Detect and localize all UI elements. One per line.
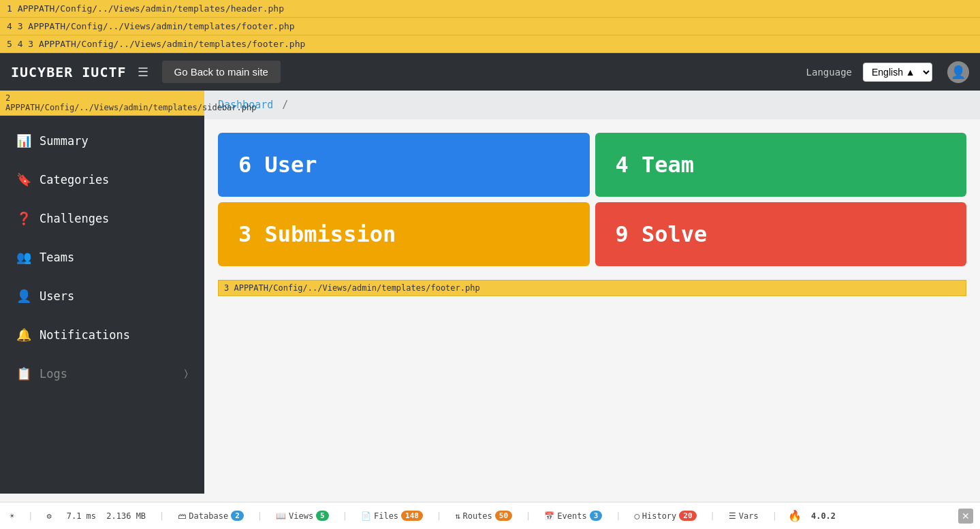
header: IUCYBER IUCTF ☰ Go Back to main site Lan… xyxy=(0,53,980,91)
close-toolbar-button[interactable]: ✕ xyxy=(958,509,973,524)
card-user[interactable]: 6 User xyxy=(218,133,590,197)
debug-bar-3: 5 4 3 APPPATH/Config/../Views/admin/temp… xyxy=(0,35,980,53)
bottom-vars[interactable]: ☰ Vars xyxy=(726,510,761,522)
brand-title: IUCYBER IUCTF xyxy=(11,64,127,80)
sidebar-item-users[interactable]: 👤 Users xyxy=(0,276,204,315)
history-icon: ◯ xyxy=(635,511,639,521)
events-icon: 📅 xyxy=(544,511,554,521)
card-submission[interactable]: 3 Submission xyxy=(218,202,590,266)
card-team[interactable]: 4 Team xyxy=(595,133,967,197)
sidebar-item-label-notifications: Notifications xyxy=(39,328,130,342)
breadcrumb: Dashboard / xyxy=(204,91,980,119)
sidebar-debug: 2APPPATH/Config/../Views/admin/templates… xyxy=(0,91,204,116)
bottom-settings-icon[interactable]: ⚙ xyxy=(44,510,54,522)
bottom-sep-2: | xyxy=(159,511,164,521)
bottom-views[interactable]: 📖 Views 5 xyxy=(273,509,332,522)
views-icon: 📖 xyxy=(276,511,286,521)
sidebar-item-label-challenges: Challenges xyxy=(39,212,109,225)
teams-icon: 👥 xyxy=(16,250,31,264)
sidebar-item-label-summary: Summary xyxy=(39,134,89,148)
bottom-database[interactable]: 🗃 Database 2 xyxy=(175,509,246,522)
sidebar-item-label-logs: Logs xyxy=(39,367,67,381)
card-team-count: 4 Team xyxy=(616,152,695,178)
content-area: Dashboard / 6 User 4 Team 3 Submission 9… xyxy=(204,91,980,494)
users-icon: 👤 xyxy=(16,289,31,303)
bottom-sun-icon[interactable]: ☀ xyxy=(7,510,17,522)
sidebar-item-categories[interactable]: 🔖 Categories xyxy=(0,160,204,199)
logs-icon: 📋 xyxy=(16,366,31,381)
categories-icon: 🔖 xyxy=(16,172,31,187)
menu-icon[interactable]: ☰ xyxy=(138,65,148,79)
sidebar-item-logs[interactable]: 📋 Logs 〉 xyxy=(0,354,204,393)
user-avatar[interactable]: 👤 xyxy=(947,61,969,83)
main-layout: 2APPPATH/Config/../Views/admin/templates… xyxy=(0,91,980,494)
sidebar-item-label-users: Users xyxy=(39,289,74,303)
sidebar-item-teams[interactable]: 👥 Teams xyxy=(0,238,204,276)
chevron-right-icon: 〉 xyxy=(185,368,188,379)
database-icon: 🗃 xyxy=(178,511,186,521)
notifications-icon: 🔔 xyxy=(16,327,31,342)
routes-badge: 50 xyxy=(495,511,512,521)
events-badge: 3 xyxy=(590,511,603,521)
content-footer-debug: 3 APPPATH/Config/../Views/admin/template… xyxy=(218,280,966,296)
card-solve-count: 9 Solve xyxy=(616,221,708,247)
bottom-sep-1: | xyxy=(28,511,33,521)
database-badge: 2 xyxy=(231,511,244,521)
challenges-icon: ❓ xyxy=(16,211,31,225)
card-submission-count: 3 Submission xyxy=(238,221,396,247)
language-select[interactable]: English ▲ Arabic xyxy=(863,63,932,82)
bottom-events[interactable]: 📅 Events 3 xyxy=(541,509,605,522)
sidebar-item-label-categories: Categories xyxy=(39,173,109,187)
files-icon: 📄 xyxy=(361,511,371,521)
go-back-button[interactable]: Go Back to main site xyxy=(162,61,281,83)
sidebar: 2APPPATH/Config/../Views/admin/templates… xyxy=(0,91,204,494)
sidebar-item-challenges[interactable]: ❓ Challenges xyxy=(0,199,204,238)
bottom-toolbar: ☀ | ⚙ 7.1 ms 2.136 MB | 🗃 Database 2 | 📖… xyxy=(0,502,980,529)
vars-icon: ☰ xyxy=(729,511,736,521)
history-badge: 20 xyxy=(679,511,696,521)
card-user-count: 6 User xyxy=(238,152,317,178)
debug-bar-1: 1 APPPATH/Config/../Views/admin/template… xyxy=(0,0,980,18)
routes-icon: ⇅ xyxy=(455,511,460,521)
breadcrumb-separator: / xyxy=(282,99,288,111)
bottom-files[interactable]: 📄 Files 148 xyxy=(358,509,426,522)
version-number: 4.0.2 xyxy=(811,511,836,521)
sidebar-item-label-teams: Teams xyxy=(39,251,74,264)
sidebar-item-notifications[interactable]: 🔔 Notifications xyxy=(0,315,204,354)
files-badge: 148 xyxy=(401,511,423,521)
views-badge: 5 xyxy=(316,511,329,521)
card-solve[interactable]: 9 Solve xyxy=(595,202,967,266)
sidebar-nav: 📊 Summary 🔖 Categories ❓ Challenges 👥 Te… xyxy=(0,116,204,393)
sidebar-item-summary[interactable]: 📊 Summary xyxy=(0,121,204,160)
debug-bar-2: 4 3 APPPATH/Config/../Views/admin/templa… xyxy=(0,18,980,35)
bottom-history[interactable]: ◯ History 20 xyxy=(632,509,699,522)
fire-icon: 🔥 xyxy=(788,509,802,522)
summary-icon: 📊 xyxy=(16,133,31,148)
bottom-timing: 7.1 ms 2.136 MB xyxy=(64,510,148,522)
language-label: Language xyxy=(806,67,852,78)
dashboard-cards: 6 User 4 Team 3 Submission 9 Solve xyxy=(204,119,980,280)
bottom-routes[interactable]: ⇅ Routes 50 xyxy=(452,509,515,522)
